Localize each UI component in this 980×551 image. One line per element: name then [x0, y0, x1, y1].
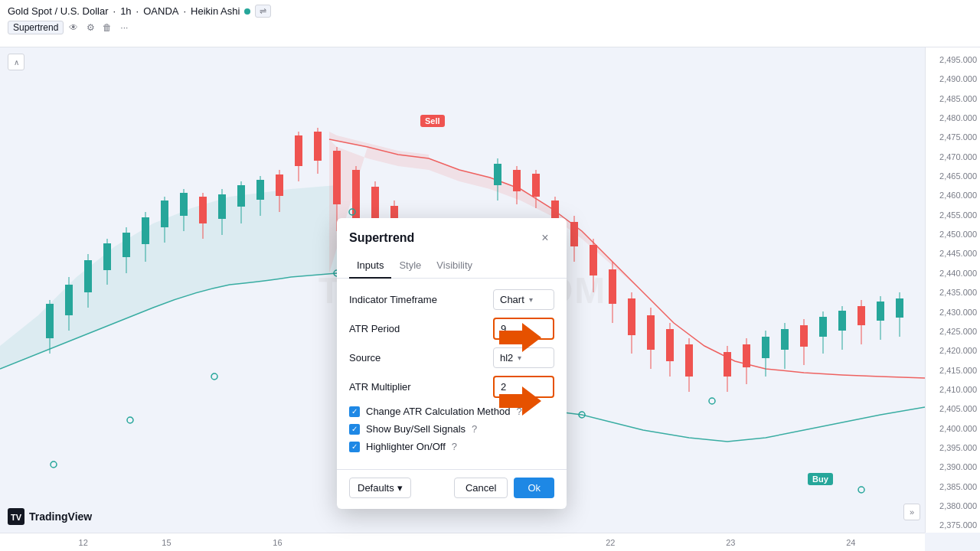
- time-24: 24: [846, 538, 855, 547]
- atr-multiplier-label: ATR Multiplier: [349, 381, 493, 393]
- time-scale: 12 15 16 22 23 24: [0, 533, 925, 551]
- svg-rect-15: [180, 193, 188, 216]
- defaults-chevron-icon: ▾: [397, 482, 403, 494]
- svg-rect-27: [295, 135, 302, 166]
- svg-rect-61: [685, 344, 693, 377]
- checkbox-atr-label: Change ATR Calculation Method: [366, 406, 510, 417]
- indicator-timeframe-label: Indicator Timeframe: [349, 294, 493, 305]
- svg-rect-77: [858, 306, 865, 325]
- price-2380: 2,380.000: [939, 501, 977, 510]
- price-2405: 2,405.000: [939, 404, 977, 413]
- checkbox-atr-calc[interactable]: ✓: [349, 406, 360, 417]
- instrument-row: Gold Spot / U.S. Dollar · 1h · OANDA · H…: [8, 5, 972, 18]
- collapse-button[interactable]: ∧: [8, 54, 24, 70]
- checkbox-atr-row: ✓ Change ATR Calculation Method ?: [349, 406, 554, 417]
- atr-calc-help[interactable]: ?: [516, 406, 521, 417]
- close-button[interactable]: ×: [536, 229, 554, 247]
- svg-rect-19: [218, 194, 226, 219]
- price-2415: 2,415.000: [939, 366, 977, 375]
- signals-help[interactable]: ?: [472, 423, 477, 435]
- price-2460: 2,460.000: [939, 191, 977, 200]
- timeframe-chevron-icon: ▾: [529, 295, 533, 304]
- checkbox-signals-row: ✓ Show Buy/Sell Signals ?: [349, 423, 554, 435]
- price-scale: 2,495.000 2,490.000 2,485.000 2,480.000 …: [925, 47, 980, 533]
- cancel-button[interactable]: Cancel: [454, 478, 508, 498]
- price-2450: 2,450.000: [939, 230, 977, 239]
- source-row: Source hl2 ▾: [349, 347, 554, 368]
- svg-rect-51: [590, 245, 597, 276]
- source-value: hl2: [500, 352, 513, 364]
- trash-icon[interactable]: 🗑: [100, 21, 114, 34]
- price-2375: 2,375.000: [939, 520, 977, 530]
- tab-visibility[interactable]: Visibility: [429, 255, 480, 279]
- svg-rect-11: [142, 217, 149, 244]
- indicator-timeframe-control: Chart ▾: [493, 289, 554, 310]
- atr-period-row: ATR Period: [349, 318, 554, 340]
- sell-label: Sell: [420, 115, 445, 127]
- dialog-body: Indicator Timeframe Chart ▾ ATR Period S…: [337, 279, 567, 469]
- dialog-header: Supertrend ×: [337, 218, 567, 255]
- price-2495: 2,495.000: [939, 55, 977, 64]
- svg-rect-71: [800, 325, 808, 347]
- tv-name: TradingView: [29, 510, 92, 523]
- dialog-footer: Defaults ▾ Cancel Ok: [337, 469, 567, 509]
- atr-multiplier-control: [493, 376, 554, 398]
- svg-point-86: [709, 398, 715, 404]
- indicator-timeframe-value: Chart: [500, 294, 524, 305]
- indicator-row: Supertrend 👁 ⚙ 🗑 ···: [8, 21, 972, 34]
- separator3: ·: [183, 5, 186, 17]
- svg-rect-13: [161, 201, 168, 227]
- time-22: 22: [606, 538, 615, 547]
- checkbox-signals[interactable]: ✓: [349, 424, 360, 435]
- price-2470: 2,470.000: [939, 152, 977, 161]
- checkbox-highlighter-row: ✓ Highlighter On/Off ?: [349, 441, 554, 452]
- more-icon[interactable]: ···: [117, 21, 131, 34]
- svg-rect-1: [46, 304, 54, 338]
- svg-rect-17: [199, 197, 207, 223]
- eye-icon[interactable]: 👁: [67, 21, 80, 34]
- svg-rect-5: [84, 260, 92, 292]
- price-2445: 2,445.000: [939, 249, 977, 258]
- svg-rect-67: [762, 337, 769, 358]
- expand-panel-button[interactable]: »: [903, 504, 920, 520]
- indicator-timeframe-row: Indicator Timeframe Chart ▾: [349, 289, 554, 310]
- checkbox-highlighter[interactable]: ✓: [349, 442, 360, 452]
- separator: ·: [113, 5, 116, 17]
- time-23: 23: [726, 538, 735, 547]
- atr-period-input[interactable]: [493, 318, 554, 340]
- indicator-label: Supertrend: [8, 21, 64, 34]
- replay-button[interactable]: ⇌: [255, 5, 271, 18]
- svg-rect-69: [781, 329, 789, 350]
- svg-rect-41: [494, 164, 501, 185]
- tab-style[interactable]: Style: [391, 255, 429, 279]
- highlighter-help[interactable]: ?: [452, 441, 457, 452]
- svg-rect-81: [896, 298, 903, 318]
- tab-inputs[interactable]: Inputs: [349, 255, 391, 279]
- svg-rect-43: [513, 170, 521, 191]
- svg-rect-23: [256, 180, 264, 200]
- time-15: 15: [162, 538, 171, 547]
- atr-multiplier-input[interactable]: [493, 376, 554, 398]
- time-16: 16: [273, 538, 282, 547]
- atr-multiplier-row: ATR Multiplier: [349, 376, 554, 398]
- tv-icon: TV: [8, 508, 24, 525]
- price-2475: 2,475.000: [939, 132, 977, 142]
- ok-button[interactable]: Ok: [514, 478, 554, 498]
- dialog-title: Supertrend: [349, 231, 414, 245]
- check-icon: ✓: [351, 407, 358, 416]
- defaults-label: Defaults: [358, 482, 394, 494]
- supertrend-dialog: Supertrend × Inputs Style Visibility Ind…: [337, 218, 567, 509]
- price-2440: 2,440.000: [939, 269, 977, 278]
- settings-icon[interactable]: ⚙: [83, 21, 97, 34]
- defaults-button[interactable]: Defaults ▾: [349, 478, 411, 498]
- source-dropdown[interactable]: hl2 ▾: [493, 347, 554, 368]
- price-2420: 2,420.000: [939, 346, 977, 355]
- svg-rect-75: [838, 311, 846, 331]
- checkbox-signals-label: Show Buy/Sell Signals: [366, 423, 466, 435]
- atr-period-label: ATR Period: [349, 323, 493, 334]
- indicator-timeframe-dropdown[interactable]: Chart ▾: [493, 289, 554, 310]
- svg-point-90: [858, 487, 864, 493]
- svg-rect-25: [276, 174, 283, 196]
- svg-rect-57: [647, 315, 655, 350]
- price-2385: 2,385.000: [939, 482, 977, 491]
